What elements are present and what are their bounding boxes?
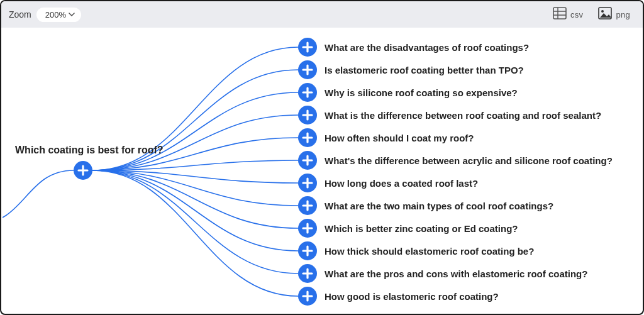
child-node-label: How thick should elastomeric roof coatin… [325, 246, 534, 257]
child-node-label: What are the pros and cons with elastome… [325, 268, 587, 279]
child-node: How long does a coated roof last? [298, 174, 478, 192]
mindmap-canvas[interactable]: Which coating is best for roof? What are… [3, 29, 641, 312]
spreadsheet-icon [553, 7, 567, 22]
child-node-label: How often should I coat my roof? [325, 133, 474, 143]
child-node: What's the difference between acrylic an… [298, 151, 613, 170]
child-node-label: What are the disadvantages of roof coati… [325, 42, 529, 53]
export-png-label: png [616, 10, 630, 19]
child-node: What are the pros and cons with elastome… [298, 264, 587, 283]
zoom-label: Zoom [9, 9, 31, 19]
svg-point-5 [601, 10, 604, 13]
chevron-down-icon [69, 10, 75, 19]
root-node [74, 161, 92, 180]
child-node-label: Why is silicone roof coating so expensiv… [325, 87, 518, 98]
expand-node-button[interactable] [298, 83, 317, 102]
child-node: How often should I coat my roof? [298, 128, 474, 147]
toolbar: Zoom 200% csv png [1, 1, 643, 28]
child-node-label: What's the difference between acrylic an… [325, 155, 613, 166]
child-node: How thick should elastomeric roof coatin… [298, 241, 534, 260]
image-icon [598, 7, 612, 22]
expand-node-button[interactable] [298, 60, 317, 79]
child-node: What are the disadvantages of roof coati… [298, 38, 529, 57]
child-node-label: How long does a coated roof last? [325, 178, 478, 189]
child-node: What are the two main types of cool roof… [298, 196, 553, 215]
zoom-value: 200% [45, 10, 66, 19]
child-node-label: Which is better zinc coating or Ed coati… [325, 223, 518, 234]
root-node-label: Which coating is best for roof? [15, 145, 164, 156]
expand-node-button[interactable] [298, 287, 317, 306]
child-node: Why is silicone roof coating so expensiv… [298, 83, 518, 102]
expand-node-button[interactable] [298, 38, 317, 57]
expand-node-button[interactable] [298, 174, 317, 192]
expand-node-button[interactable] [298, 106, 317, 124]
expand-node-button[interactable] [298, 151, 317, 170]
child-node-label: Is elastomeric roof coating better than … [325, 65, 524, 75]
child-node: Is elastomeric roof coating better than … [298, 60, 524, 79]
expand-node-button[interactable] [298, 241, 317, 260]
zoom-select[interactable]: 200% [36, 8, 81, 22]
child-node: How good is elastomeric roof coating? [298, 287, 499, 306]
expand-node-button[interactable] [298, 128, 317, 147]
app-frame: Zoom 200% csv png Which coating is best … [0, 0, 644, 315]
child-node-label: What are the two main types of cool roof… [325, 201, 553, 211]
expand-node-button[interactable] [74, 161, 92, 180]
expand-node-button[interactable] [298, 264, 317, 283]
child-node-label: How good is elastomeric roof coating? [325, 291, 499, 302]
child-node: Which is better zinc coating or Ed coati… [298, 219, 518, 238]
export-csv-button[interactable]: csv [548, 4, 588, 25]
expand-node-button[interactable] [298, 196, 317, 215]
child-node-label: What is the difference between roof coat… [325, 110, 601, 121]
svg-rect-0 [553, 8, 566, 19]
child-node: What is the difference between roof coat… [298, 106, 601, 124]
export-png-button[interactable]: png [593, 4, 635, 25]
expand-node-button[interactable] [298, 219, 317, 238]
export-csv-label: csv [570, 10, 583, 19]
